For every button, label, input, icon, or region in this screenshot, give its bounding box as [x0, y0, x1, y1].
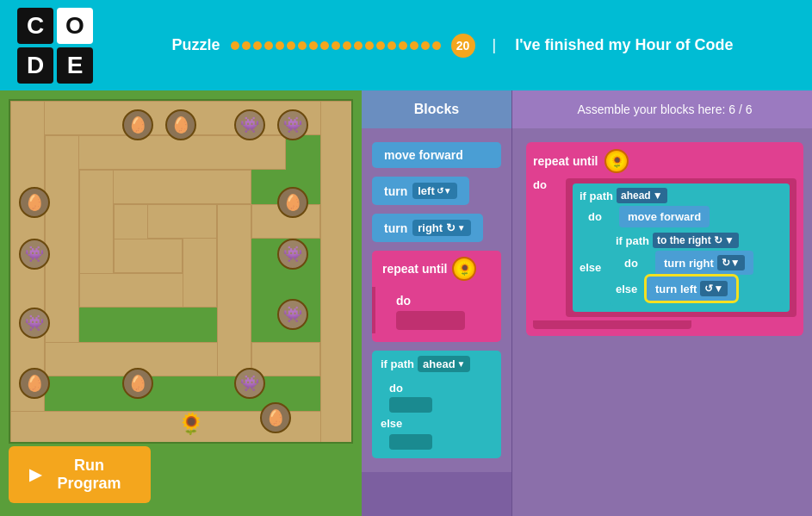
asm-right-dropdown[interactable]: to the right ↻ ▼	[653, 233, 739, 248]
asm-if-label: if path	[580, 190, 613, 202]
blocks-list: move forward turn left ↺▼ turn right ↻▼	[362, 128, 511, 472]
assembly-header: Assemble your blocks here: 6 / 6	[512, 90, 812, 128]
repeat-connector	[533, 320, 691, 329]
do-slot[interactable]	[396, 311, 465, 330]
asm-if-right-block[interactable]: if path to the right ↻ ▼ do turn ri	[611, 229, 783, 306]
asm-turn-right-dropdown[interactable]: ↻▼	[717, 255, 745, 270]
repeat-until-block[interactable]: repeat until 🌻 do	[372, 251, 501, 342]
repeat-label: repeat until	[382, 262, 447, 276]
if-do-slot[interactable]	[389, 397, 432, 413]
maze: 🥚 🥚 👾 👾 🥚 👾 👾 🥚 🥚 👾 👾 🥚 👾 🌻 🤖 🥚	[9, 99, 353, 444]
if-footer	[372, 451, 501, 458]
puzzle-dot-2	[253, 41, 262, 50]
if-else-label: else	[372, 414, 501, 432]
asm-if-header: if path ahead ▼	[580, 188, 783, 203]
asm-move-forward-label: move forward	[628, 210, 701, 223]
puzzle-dot-4	[276, 41, 284, 50]
move-forward-block[interactable]: move forward	[372, 142, 501, 168]
repeat-header: repeat until 🌻	[372, 251, 501, 287]
repeat-footer	[372, 333, 501, 342]
asm-if-right-header: if path to the right ↻ ▼	[616, 233, 778, 248]
asm-if-ahead-block[interactable]: if path ahead ▼ do move forward	[573, 183, 790, 312]
asm-right-else-row: else turn left ↺▼	[616, 277, 778, 301]
puzzle-dot-14	[387, 41, 396, 50]
asm-else-row: else if path to the right ↻ ▼	[580, 229, 783, 306]
puzzle-dot-1	[242, 41, 251, 50]
puzzle-dot-12	[365, 41, 374, 50]
asm-do-label: do	[533, 178, 561, 191]
turn-left-block[interactable]: turn left ↺▼	[372, 177, 501, 205]
move-forward-label: move forward	[384, 148, 463, 162]
asm-turn-left-label: turn left	[655, 283, 697, 295]
header: C O D E Puzzle 20 | I've finished my Hou…	[0, 0, 812, 90]
asm-if-right-do: do turn right ↻▼	[624, 251, 778, 275]
asm-right-arrow: ▼	[724, 234, 735, 246]
asm-if-right-label: if path	[616, 234, 649, 247]
asm-turn-left-dropdown[interactable]: ↺▼	[700, 281, 728, 296]
puzzle-dot-6	[298, 41, 307, 50]
puzzle-dot-8	[320, 41, 329, 50]
logo-e: E	[57, 47, 93, 84]
puzzle-dot-3	[264, 41, 273, 50]
asm-ahead-arrow: ▼	[653, 190, 663, 202]
puzzle-dot-16	[410, 41, 418, 50]
logo-c: C	[17, 8, 53, 44]
asm-turn-left[interactable]: turn left ↺▼	[647, 277, 736, 301]
puzzle-dot-5	[287, 41, 295, 50]
if-dropdown-arrow: ▼	[457, 359, 466, 369]
assembly-panel: Assemble your blocks here: 6 / 6 repeat …	[512, 90, 812, 516]
if-do-label: do	[389, 379, 498, 397]
puzzle-dot-15	[399, 41, 407, 50]
if-label: if path	[381, 357, 414, 370]
if-ahead-dropdown[interactable]: ahead ▼	[418, 356, 470, 372]
asm-right-do: do	[624, 257, 652, 270]
asm-turn-right-label: turn right	[664, 257, 714, 270]
asm-move-forward[interactable]: move forward	[619, 206, 710, 227]
puzzle-dot-13	[376, 41, 385, 50]
puzzle-dot-17	[421, 41, 430, 50]
if-header: if path ahead ▼	[372, 351, 501, 377]
puzzle-progress	[231, 41, 441, 50]
logo-o: O	[57, 8, 93, 44]
asm-inner-block: if path ahead ▼ do move forward	[566, 178, 797, 317]
puzzle-dot-9	[332, 41, 340, 50]
puzzle-dot-18	[432, 41, 441, 50]
game-area: 🥚 🥚 👾 👾 🥚 👾 👾 🥚 🥚 👾 👾 🥚 👾 🌻 🤖 🥚 ▶ Run Pr…	[0, 90, 362, 516]
main-content: 🥚 🥚 👾 👾 🥚 👾 👾 🥚 🥚 👾 👾 🥚 👾 🌻 🤖 🥚 ▶ Run Pr…	[0, 90, 812, 516]
turn-left-label: turn	[384, 184, 407, 198]
blocks-panel-header: Blocks	[362, 90, 511, 128]
sunflower-condition: 🌻	[452, 257, 476, 281]
asm-turn-right[interactable]: turn right ↻▼	[655, 251, 753, 275]
if-body: do	[372, 377, 501, 414]
asm-if-do: do	[588, 210, 616, 223]
turn-left-dropdown[interactable]: left ↺▼	[412, 183, 456, 199]
if-else-slot[interactable]	[389, 434, 432, 450]
assembly-content: repeat until 🌻 do if path ahead ▼	[512, 128, 812, 516]
repeat-body: do	[372, 287, 501, 333]
asm-do-row: do if path ahead ▼ do	[533, 178, 797, 317]
if-path-block[interactable]: if path ahead ▼ do else	[372, 351, 501, 458]
asm-repeat-block[interactable]: repeat until 🌻 do if path ahead ▼	[526, 142, 803, 336]
asm-ahead-dropdown[interactable]: ahead ▼	[617, 188, 667, 203]
turn-right-block[interactable]: turn right ↻▼	[372, 214, 501, 242]
if-else-body	[372, 432, 501, 451]
run-button-label: Run Program	[48, 457, 130, 493]
sunflower-goal: 🌻	[174, 407, 208, 441]
turn-right-label: turn	[384, 221, 407, 235]
blocks-panel: Blocks move forward turn left ↺▼	[362, 90, 512, 516]
turn-right-dropdown[interactable]: right ↻▼	[412, 220, 470, 236]
puzzle-dot-11	[354, 41, 363, 50]
finished-text: I've finished my Hour of Code	[515, 36, 733, 54]
do-label: do	[396, 290, 498, 311]
logo: C O D E	[17, 8, 93, 84]
asm-else-label: else	[580, 261, 607, 274]
puzzle-dot-0	[231, 41, 239, 50]
play-icon: ▶	[29, 465, 41, 484]
run-program-button[interactable]: ▶ Run Program	[9, 446, 151, 503]
asm-repeat-header: repeat until 🌻	[533, 149, 797, 173]
puzzle-dot-10	[343, 41, 351, 50]
puzzle-bar: Puzzle 20 | I've finished my Hour of Cod…	[110, 34, 795, 58]
dropdown-arrow: ↺▼	[437, 186, 452, 196]
logo-d: D	[17, 47, 53, 84]
asm-if-do-row: do move forward	[588, 206, 783, 227]
